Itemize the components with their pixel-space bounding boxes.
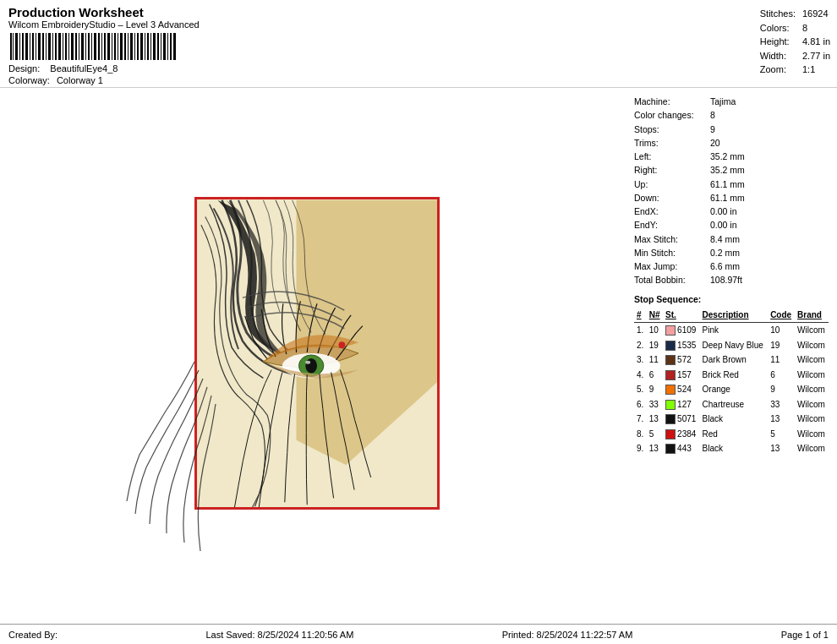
row-brand: Wilcom bbox=[795, 352, 829, 368]
svg-rect-19 bbox=[68, 33, 69, 60]
stop-sequence-title: Stop Sequence: bbox=[634, 292, 829, 306]
machine-info-row: Machine:Tajima bbox=[634, 95, 748, 108]
svg-rect-42 bbox=[145, 33, 145, 60]
height-value: 4.81 in bbox=[802, 35, 830, 49]
machine-value: 61.1 mm bbox=[710, 177, 748, 191]
row-code: 13 bbox=[768, 412, 795, 427]
col-code: Code bbox=[768, 308, 795, 323]
col-brand: Brand bbox=[795, 308, 829, 323]
color-swatch bbox=[665, 414, 676, 424]
svg-rect-6 bbox=[25, 33, 28, 60]
svg-rect-47 bbox=[161, 33, 161, 60]
row-n: 11 bbox=[647, 352, 663, 368]
row-num: 3. bbox=[634, 352, 647, 368]
row-st: 572 bbox=[663, 352, 699, 368]
eye-embroidery-svg bbox=[197, 199, 437, 507]
machine-value: 35.2 mm bbox=[710, 163, 748, 177]
design-value: BeautifulEye4_8 bbox=[50, 63, 118, 74]
svg-rect-8 bbox=[32, 33, 34, 60]
main-content: Machine:TajimaColor changes:8Stops:9Trim… bbox=[0, 88, 837, 619]
machine-info-row: Color changes:8 bbox=[634, 108, 748, 122]
machine-value: Tajima bbox=[710, 95, 748, 108]
colorway-value: Colorway 1 bbox=[57, 75, 103, 85]
machine-info-row: Max Jump:6.6 mm bbox=[634, 259, 748, 273]
header: Production Worksheet Wilcom EmbroiderySt… bbox=[0, 0, 837, 88]
right-panel: Machine:TajimaColor changes:8Stops:9Trim… bbox=[634, 95, 829, 612]
row-desc: Brick Red bbox=[700, 368, 769, 383]
svg-rect-11 bbox=[42, 33, 44, 60]
colors-label: Colors: bbox=[760, 21, 796, 35]
svg-point-59 bbox=[338, 341, 345, 348]
row-desc: Dark Brown bbox=[700, 352, 769, 368]
svg-rect-5 bbox=[22, 33, 24, 60]
width-value: 2.77 in bbox=[802, 49, 830, 63]
table-row: 7. 13 5071 Black 13 Wilcom bbox=[634, 412, 829, 427]
machine-value: 0.2 mm bbox=[710, 246, 748, 259]
machine-value: 9 bbox=[710, 123, 748, 136]
machine-value: 20 bbox=[710, 136, 748, 150]
machine-value: 0.00 in bbox=[710, 218, 748, 232]
table-row: 9. 13 443 Black 13 Wilcom bbox=[634, 441, 829, 456]
colors-value: 8 bbox=[802, 21, 830, 35]
machine-value: 35.2 mm bbox=[710, 150, 748, 163]
machine-label: Max Stitch: bbox=[634, 232, 710, 246]
color-swatch bbox=[665, 444, 676, 454]
col-num: # bbox=[634, 308, 647, 323]
svg-point-58 bbox=[305, 361, 310, 364]
svg-rect-4 bbox=[19, 33, 20, 60]
row-code: 19 bbox=[768, 338, 795, 353]
color-swatch bbox=[665, 370, 676, 380]
row-st: 524 bbox=[663, 382, 699, 397]
machine-label: EndX: bbox=[634, 205, 710, 218]
row-n: 13 bbox=[647, 441, 663, 456]
svg-point-57 bbox=[305, 358, 317, 374]
row-code: 33 bbox=[768, 397, 795, 412]
created-by: Created By: bbox=[8, 630, 57, 640]
page-title: Production Worksheet bbox=[8, 5, 200, 19]
color-swatch bbox=[665, 429, 676, 439]
row-num: 7. bbox=[634, 412, 647, 427]
svg-rect-18 bbox=[65, 33, 67, 60]
row-st: 5071 bbox=[663, 412, 699, 427]
svg-rect-16 bbox=[58, 33, 61, 60]
row-st: 127 bbox=[663, 397, 699, 412]
page-number: Page 1 of 1 bbox=[781, 630, 829, 640]
svg-rect-40 bbox=[137, 33, 139, 60]
table-row: 2. 19 1535 Deep Navy Blue 19 Wilcom bbox=[634, 338, 829, 353]
svg-rect-34 bbox=[118, 33, 118, 60]
svg-rect-2 bbox=[13, 33, 14, 60]
machine-info-row: Up:61.1 mm bbox=[634, 177, 748, 191]
row-code: 6 bbox=[768, 368, 795, 383]
machine-label: Max Jump: bbox=[634, 259, 710, 273]
row-desc: Pink bbox=[700, 323, 769, 338]
row-st: 2384 bbox=[663, 427, 699, 442]
machine-info-row: Total Bobbin:108.97ft bbox=[634, 273, 748, 287]
row-desc: Black bbox=[700, 441, 769, 456]
row-desc: Black bbox=[700, 412, 769, 427]
row-brand: Wilcom bbox=[795, 368, 829, 383]
table-row: 1. 10 6109 Pink 10 Wilcom bbox=[634, 323, 829, 338]
svg-rect-20 bbox=[71, 33, 74, 60]
row-code: 11 bbox=[768, 352, 795, 368]
row-num: 5. bbox=[634, 382, 647, 397]
svg-rect-29 bbox=[101, 33, 102, 60]
machine-value: 61.1 mm bbox=[710, 191, 748, 205]
colorway-row: Colorway: Colorway 1 bbox=[8, 75, 200, 85]
row-num: 6. bbox=[634, 397, 647, 412]
machine-label: Trims: bbox=[634, 136, 710, 150]
machine-label: Up: bbox=[634, 177, 710, 191]
svg-rect-12 bbox=[46, 33, 46, 60]
design-label: Design: bbox=[8, 63, 40, 74]
printed: Printed: 8/25/2024 11:22:57 AM bbox=[502, 630, 633, 640]
svg-rect-39 bbox=[134, 33, 135, 60]
row-num: 2. bbox=[634, 338, 647, 353]
design-preview bbox=[8, 95, 626, 612]
colorway-field: Colorway: Colorway 1 bbox=[8, 75, 103, 85]
svg-rect-7 bbox=[30, 33, 30, 60]
stop-sequence-table: # N# St. Description Code Brand 1. 10 61… bbox=[634, 308, 829, 456]
width-label: Width: bbox=[760, 49, 796, 63]
machine-label: Left: bbox=[634, 150, 710, 163]
svg-rect-35 bbox=[120, 33, 123, 60]
row-st: 6109 bbox=[663, 323, 699, 338]
machine-info-row: Right:35.2 mm bbox=[634, 163, 748, 177]
